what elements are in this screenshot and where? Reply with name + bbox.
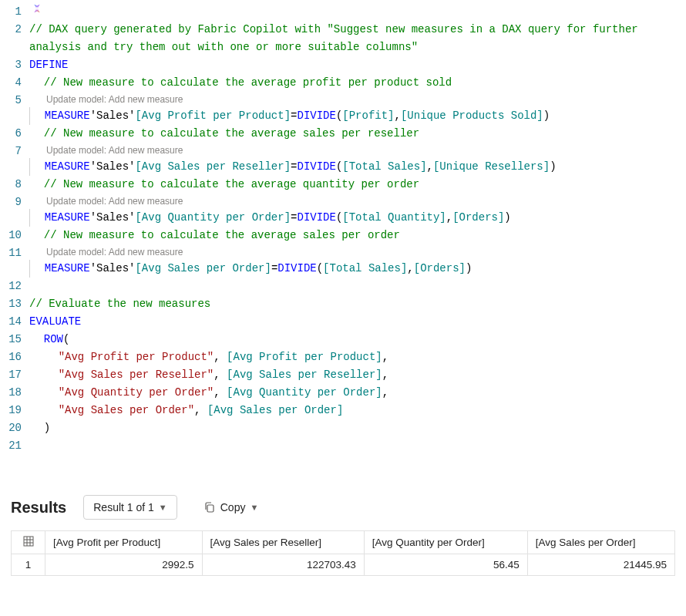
line-number: 7 [0,143,22,176]
cell: 122703.43 [202,554,364,576]
line-number: 2 [0,21,22,56]
results-panel: Results Result 1 of 1 ▼ Copy ▼ [Avg Prof… [0,495,686,576]
chevron-down-icon: ▼ [250,503,258,512]
code-line[interactable] [29,437,686,455]
codelens-hint[interactable]: Update model: Add new measure [29,194,686,209]
cell: 2992.5 [45,554,203,576]
copy-icon [203,501,216,513]
code-line[interactable]: // New measure to calculate the average … [29,176,686,194]
code-content[interactable]: // DAX query generated by Fabric Copilot… [29,3,686,455]
line-number: 8 [0,176,22,194]
code-line[interactable]: ROW( [29,331,686,348]
indent-guide [29,260,30,278]
copilot-icon [31,3,43,15]
column-header[interactable]: [Avg Quantity per Order] [364,531,527,554]
line-number: 10 [0,227,22,244]
result-pager-label: Result 1 of 1 [93,501,154,513]
results-table: [Avg Profit per Product][Avg Sales per R… [11,530,675,576]
line-number: 17 [0,366,22,384]
code-line[interactable]: // New measure to calculate the average … [29,227,686,244]
line-number: 15 [0,331,22,348]
svg-rect-1 [24,537,33,546]
code-line[interactable]: // Evaluate the new measures [29,295,686,313]
result-pager-button[interactable]: Result 1 of 1 ▼ [83,495,177,520]
code-line[interactable] [29,3,686,21]
code-line[interactable]: // New measure to calculate the average … [29,125,686,143]
results-header-row: [Avg Profit per Product][Avg Sales per R… [12,531,675,554]
line-number-gutter: 123456789101112131415161718192021 [0,3,29,455]
results-title: Results [11,499,66,517]
code-line[interactable]: Update model: Add new measure MEASURE 'S… [29,244,686,278]
codelens-hint[interactable]: Update model: Add new measure [29,92,686,107]
copy-label: Copy [220,501,246,513]
indent-guide [29,158,30,176]
code-editor[interactable]: 123456789101112131415161718192021 // DAX… [0,0,686,455]
code-line[interactable]: Update model: Add new measure MEASURE 'S… [29,92,686,125]
line-number: 16 [0,348,22,366]
svg-rect-0 [207,505,214,512]
row-index: 1 [12,554,45,576]
codelens-hint[interactable]: Update model: Add new measure [29,143,686,158]
code-line[interactable]: "Avg Profit per Product", [Avg Profit pe… [29,348,686,366]
code-line[interactable]: Update model: Add new measure MEASURE 'S… [29,194,686,227]
column-header[interactable]: [Avg Sales per Order] [527,531,674,554]
table-row[interactable]: 12992.5122703.4356.4521445.95 [12,554,675,576]
results-toolbar: Results Result 1 of 1 ▼ Copy ▼ [11,495,675,520]
grid-icon [12,531,45,554]
line-number: 1 [0,3,22,21]
column-header[interactable]: [Avg Sales per Reseller] [202,531,364,554]
column-header[interactable]: [Avg Profit per Product] [45,531,203,554]
indent-guide [29,107,30,125]
code-line[interactable]: EVALUATE [29,313,686,331]
line-number: 3 [0,56,22,74]
code-line[interactable] [29,278,686,295]
code-line[interactable]: // New measure to calculate the average … [29,74,686,92]
line-number: 4 [0,74,22,92]
code-line[interactable]: "Avg Sales per Reseller", [Avg Sales per… [29,366,686,384]
line-number: 12 [0,278,22,295]
line-number: 13 [0,295,22,313]
line-number: 14 [0,313,22,331]
codelens-hint[interactable]: Update model: Add new measure [29,244,686,260]
line-number: 9 [0,194,22,227]
chevron-down-icon: ▼ [159,503,167,512]
copy-button[interactable]: Copy ▼ [194,495,268,520]
code-line[interactable]: "Avg Sales per Order", [Avg Sales per Or… [29,402,686,419]
code-line[interactable]: // DAX query generated by Fabric Copilot… [29,21,686,56]
line-number: 5 [0,92,22,125]
line-number: 21 [0,437,22,455]
line-number: 18 [0,384,22,402]
cell: 21445.95 [527,554,674,576]
code-line[interactable]: ) [29,419,686,437]
line-number: 11 [0,244,22,278]
line-number: 20 [0,419,22,437]
code-line[interactable]: Update model: Add new measure MEASURE 'S… [29,143,686,176]
code-line[interactable]: "Avg Quantity per Order", [Avg Quantity … [29,384,686,402]
line-number: 6 [0,125,22,143]
line-number: 19 [0,402,22,419]
code-line[interactable]: DEFINE [29,56,686,74]
indent-guide [29,209,30,227]
cell: 56.45 [364,554,527,576]
